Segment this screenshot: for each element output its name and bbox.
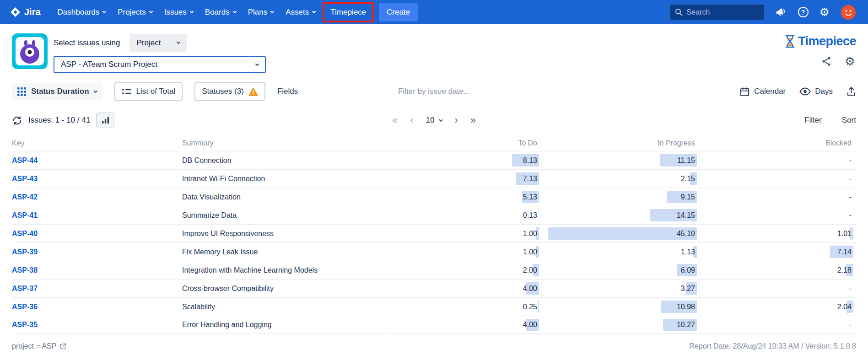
last-page-button[interactable]: » xyxy=(470,115,476,125)
issue-key-link[interactable]: ASP-41 xyxy=(12,206,182,224)
in-progress-cell: 45.10 xyxy=(542,225,700,242)
issue-key-link[interactable]: ASP-43 xyxy=(12,170,182,188)
nav-item-dashboards[interactable]: Dashboards xyxy=(52,4,112,21)
duration-value: 4.00 xyxy=(523,285,537,293)
duration-value: 1.00 xyxy=(523,230,537,238)
issue-summary: Data Visualization xyxy=(182,188,384,206)
chevron-down-icon xyxy=(190,10,194,13)
settings-gear-icon[interactable]: ⚙ xyxy=(819,6,830,18)
duration-value: 2.15 xyxy=(681,175,695,183)
issue-source-value: Project xyxy=(137,38,161,48)
duration-value: - xyxy=(849,321,852,329)
timepiece-logo: Timepiece xyxy=(784,34,856,48)
list-of-total-button[interactable]: List of Total xyxy=(114,82,183,101)
issue-key-link[interactable]: ASP-39 xyxy=(12,243,182,261)
table-row: ASP-35Error Handling and Logging4.0010.2… xyxy=(12,316,856,334)
issue-key-link[interactable]: ASP-36 xyxy=(12,298,182,316)
search-box[interactable] xyxy=(669,4,765,20)
timepiece-logo-text: Timepiece xyxy=(798,34,856,48)
create-button[interactable]: Create xyxy=(379,3,418,22)
issue-source-select[interactable]: Project xyxy=(129,34,187,52)
blocked-cell: 2.18 xyxy=(700,261,856,279)
previous-page-button[interactable]: ‹ xyxy=(410,115,413,125)
page-size-select[interactable]: 10 xyxy=(426,116,442,125)
page-size-value: 10 xyxy=(426,116,435,125)
issue-key-link[interactable]: ASP-37 xyxy=(12,280,182,297)
sort-button[interactable]: Sort xyxy=(842,116,856,125)
table-row: ASP-36Scalability0.2510.982.04 xyxy=(12,297,856,316)
issue-summary: Integration with Machine Learning Models xyxy=(182,261,384,279)
nav-item-label: Assets xyxy=(286,8,309,17)
duration-value: 8.13 xyxy=(523,156,537,165)
nav-item-boards[interactable]: Boards xyxy=(199,4,242,21)
avatar[interactable] xyxy=(841,5,856,20)
issue-key-link[interactable]: ASP-35 xyxy=(12,316,182,333)
help-icon[interactable]: ? xyxy=(798,7,809,17)
duration-value: - xyxy=(849,175,852,183)
jql-filter-link[interactable]: project = ASP xyxy=(12,342,67,350)
duration-value: 9.15 xyxy=(681,193,695,201)
todo-cell: 8.13 xyxy=(384,151,542,169)
chart-view-button[interactable] xyxy=(96,113,114,128)
report-type-select[interactable]: Status Duration xyxy=(12,83,102,100)
chevron-down-icon xyxy=(93,89,97,92)
nav-item-plans[interactable]: Plans xyxy=(242,4,280,21)
filter-button[interactable]: Filter xyxy=(804,116,822,125)
issue-date-filter[interactable]: Filter by issue date... xyxy=(398,87,470,96)
nav-item-label: Plans xyxy=(248,8,268,17)
statuses-label: Statuses (3) xyxy=(202,87,244,96)
in-progress-cell: 10.27 xyxy=(542,316,700,333)
nav-item-timepiece[interactable]: Timepiece xyxy=(323,2,374,22)
warning-icon xyxy=(248,87,258,96)
todo-cell: 1.00 xyxy=(384,243,542,261)
issue-key-link[interactable]: ASP-40 xyxy=(12,225,182,242)
in-progress-cell: 2.15 xyxy=(542,170,700,188)
fields-button[interactable]: Fields xyxy=(277,87,298,96)
days-unit-button[interactable]: Days xyxy=(799,87,833,96)
duration-value: - xyxy=(849,285,852,293)
nav-item-projects[interactable]: Projects xyxy=(112,4,158,21)
share-icon[interactable] xyxy=(821,56,832,67)
chevron-down-icon xyxy=(439,118,442,121)
issue-summary: Intranet Wi-Fi Connection xyxy=(182,170,384,188)
table-row: ASP-39Fix Memory Leak Issue1.001.137.14 xyxy=(12,242,856,261)
duration-value: 7.14 xyxy=(837,248,852,256)
issue-summary: Summarize Data xyxy=(182,206,384,224)
project-select[interactable]: ASP - ATeam Scrum Project xyxy=(54,56,266,73)
issue-key-link[interactable]: ASP-44 xyxy=(12,151,182,169)
chevron-down-icon xyxy=(255,62,259,65)
search-input[interactable] xyxy=(687,8,759,16)
nav-item-assets[interactable]: Assets xyxy=(280,4,321,21)
duration-bar xyxy=(539,209,539,221)
todo-cell: 2.00 xyxy=(384,261,542,279)
blocked-cell: - xyxy=(700,280,856,297)
statuses-button[interactable]: Statuses (3) xyxy=(194,82,265,101)
jira-logo[interactable]: Jira xyxy=(10,7,41,17)
issue-summary: Scalability xyxy=(182,298,384,316)
first-page-button[interactable]: « xyxy=(392,115,398,125)
next-page-button[interactable]: › xyxy=(454,115,458,125)
app-header: Select issues using Project ASP - ATeam … xyxy=(12,33,856,73)
report-date-version: Report Date: 28/Aug/24 10:33 AM / Versio… xyxy=(689,342,856,350)
pagination: « ‹ 10 › » xyxy=(392,115,476,125)
table-row: ASP-42Data Visualization5.139.15- xyxy=(12,188,856,206)
table-row: ASP-41Summarize Data0.1314.15- xyxy=(12,206,856,224)
todo-cell: 4.00 xyxy=(384,316,542,333)
duration-value: 1.00 xyxy=(523,248,537,256)
refresh-icon[interactable] xyxy=(12,115,22,126)
report-type-value: Status Duration xyxy=(31,87,89,96)
report-settings-gear-icon[interactable]: ⚙ xyxy=(845,55,855,67)
column-header-blocked: Blocked xyxy=(700,139,856,147)
chevron-down-icon xyxy=(312,10,316,13)
duration-value: 3.27 xyxy=(681,285,695,293)
issue-key-link[interactable]: ASP-38 xyxy=(12,261,182,279)
nav-item-issues[interactable]: Issues xyxy=(158,4,199,21)
issue-key-link[interactable]: ASP-42 xyxy=(12,188,182,206)
duration-value: 2.04 xyxy=(837,303,852,311)
nav-item-label: Issues xyxy=(164,8,187,17)
duration-value: 10.98 xyxy=(677,303,695,311)
export-icon[interactable] xyxy=(846,86,856,97)
duration-value: 0.25 xyxy=(523,303,537,311)
calendar-button[interactable]: Calendar xyxy=(739,86,786,97)
announcement-icon[interactable] xyxy=(774,5,788,19)
